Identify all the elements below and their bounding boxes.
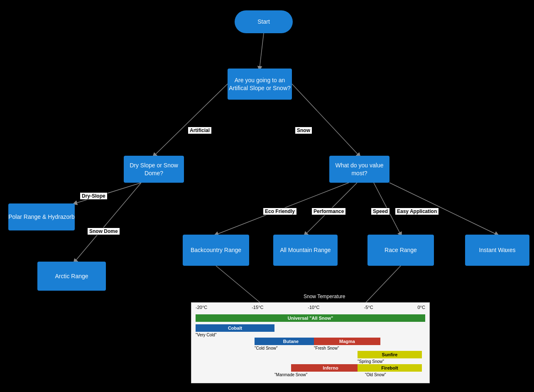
polar-range-node: Polar Range & Hydrazorb (8, 203, 75, 230)
svg-line-9 (216, 266, 266, 307)
instant-waxes-label: Instant Waxes (479, 246, 515, 254)
temp-label-2: -15°C (252, 305, 263, 310)
snow-dome-label: Snow Dome (87, 228, 120, 235)
universal-bar: Universal "All Snow" (196, 314, 425, 322)
artificial-label: Artificial (188, 127, 212, 134)
inferno-sublabel: "Manmade Snow" (274, 372, 307, 377)
backcountry-range-node: Backcountry Range (183, 235, 249, 266)
instant-waxes-node: Instant Waxes (465, 235, 529, 266)
svg-line-10 (361, 266, 401, 307)
speed-label: Speed (371, 208, 390, 215)
artificial-question-node: Are you going to an Artifical Slope or S… (228, 69, 292, 100)
backcountry-range-label: Backcountry Range (191, 246, 241, 254)
artificial-question-label: Are you going to an Artifical Slope or S… (228, 76, 292, 91)
snow-label: Snow (295, 127, 312, 134)
race-range-node: Race Range (367, 235, 434, 266)
temperature-chart: Snow Temperature -20°C -15°C -10°C -5°C … (191, 302, 430, 383)
all-mountain-range-label: All Mountain Range (280, 246, 331, 254)
firebolt-sublabel: "Old Snow" (365, 372, 386, 377)
polar-range-label: Polar Range & Hydrazorb (8, 213, 75, 220)
value-question-node: What do you value most? (329, 156, 389, 183)
temp-label-4: -5°C (364, 305, 373, 310)
magma-bar: Magma (314, 338, 380, 345)
magma-sublabel: "Fresh Snow" (314, 346, 339, 350)
arctic-range-label: Arctic Range (55, 272, 88, 280)
value-question-label: What do you value most? (329, 162, 389, 176)
svg-line-2 (292, 84, 359, 156)
temp-label-3: -10°C (308, 305, 319, 310)
race-range-label: Race Range (385, 246, 417, 254)
sunfire-bar: Sunfire (358, 351, 422, 358)
butane-sublabel: "Cold Snow" (255, 346, 277, 350)
temp-label-1: -20°C (196, 305, 207, 310)
temp-axis: -20°C -15°C -10°C -5°C 0°C (191, 305, 429, 310)
firebolt-bar: Firebolt (358, 364, 422, 372)
dry-slope-question-node: Dry Slope or Snow Dome? (124, 156, 184, 183)
eco-friendly-label: Eco Friendly (263, 208, 297, 215)
performance-label: Performance (311, 208, 346, 215)
easy-application-label: Easy Application (395, 208, 439, 215)
flowchart: Start Are you going to an Artifical Slop… (0, 0, 534, 392)
temp-chart-title: Snow Temperature (304, 294, 345, 299)
cobalt-bar: Cobalt (196, 324, 274, 332)
start-node: Start (235, 10, 293, 33)
arctic-range-node: Arctic Range (37, 262, 106, 291)
temp-label-5: 0°C (418, 305, 425, 310)
start-label: Start (257, 18, 270, 25)
all-mountain-range-node: All Mountain Range (273, 235, 338, 266)
svg-line-1 (154, 84, 228, 156)
svg-line-0 (260, 33, 264, 69)
dry-slope-question-label: Dry Slope or Snow Dome? (124, 162, 184, 176)
sunfire-sublabel: "Spring Snow" (358, 359, 384, 364)
cobalt-sublabel: "Very Cold" (196, 333, 216, 337)
dry-slope-label: Dry-Slope (80, 192, 108, 200)
